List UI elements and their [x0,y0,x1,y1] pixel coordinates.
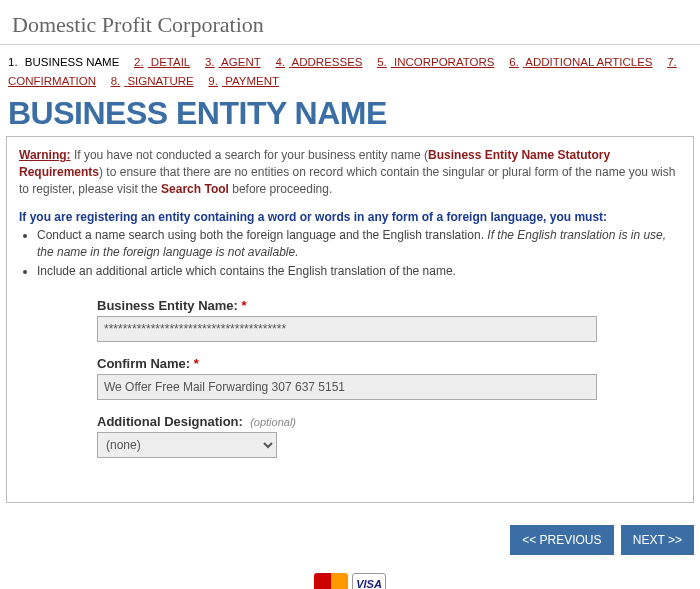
step-additional-articles[interactable]: 6. ADDITIONAL ARTICLES [509,56,656,68]
business-name-input[interactable] [97,316,597,342]
mastercard-icon [314,573,348,589]
business-name-label: Business Entity Name: * [97,298,247,313]
foreign-language-heading: If you are registering an entity contain… [19,210,681,226]
foreign-bullets: Conduct a name search using both the for… [37,227,681,279]
nav-buttons: << PREVIOUS NEXT >> [0,511,700,563]
next-button[interactable]: NEXT >> [621,525,694,555]
main-heading: BUSINESS ENTITY NAME [0,93,700,136]
form-panel: Warning: If you have not conducted a sea… [6,136,694,502]
designation-select[interactable]: (none) [97,432,277,458]
step-nav: 1. BUSINESS NAME 2. DETAIL 3. AGENT 4. A… [0,49,700,93]
step-detail[interactable]: 2. DETAIL [134,56,194,68]
visa-icon: VISA [352,573,386,589]
step-incorporators[interactable]: 5. INCORPORATORS [377,56,498,68]
page-title: Domestic Profit Corporation [0,0,700,45]
warning-paragraph: Warning: If you have not conducted a sea… [19,147,681,197]
step-business-name: 1. BUSINESS NAME [8,56,123,68]
bullet-name-search: Conduct a name search using both the for… [37,227,681,261]
step-payment[interactable]: 9. PAYMENT [208,75,283,87]
confirm-name-input[interactable] [97,374,597,400]
confirm-name-label: Confirm Name: * [97,356,199,371]
search-tool-link[interactable]: Search Tool [161,182,229,196]
warning-label: Warning: [19,148,71,162]
step-signature[interactable]: 8. SIGNATURE [111,75,198,87]
previous-button[interactable]: << PREVIOUS [510,525,613,555]
step-agent[interactable]: 3. AGENT [205,56,265,68]
designation-label: Additional Designation: (optional) [97,414,296,429]
bullet-additional-article: Include an additional article which cont… [37,263,681,280]
step-addresses[interactable]: 4. ADDRESSES [275,56,366,68]
footer: VISA PDF Refund Policy Customer Service [0,563,700,589]
